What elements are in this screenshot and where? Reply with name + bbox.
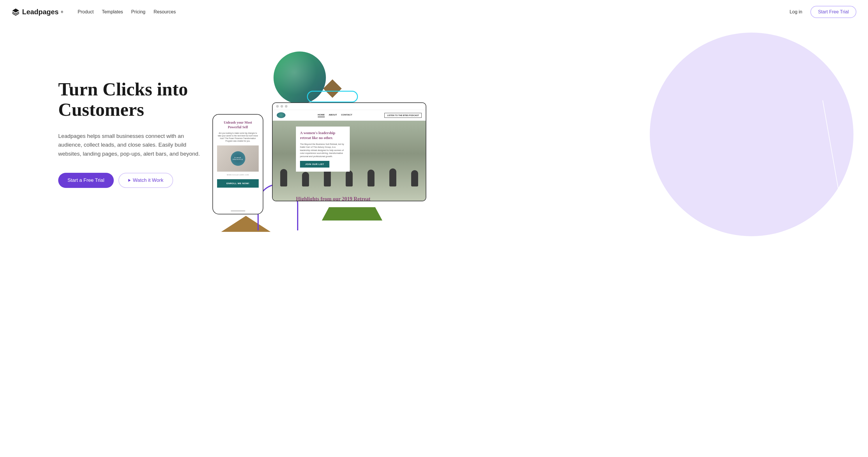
mockup-card-button: JOIN OUR LIST <box>300 161 330 168</box>
start-trial-button-header[interactable]: Start Free Trial <box>810 6 856 18</box>
decorative-diamond-green <box>322 207 382 221</box>
mobile-mockup: Unleash your Most Powerful Self Are you … <box>212 114 264 215</box>
logo-trademark: ® <box>61 10 63 14</box>
mockup-nav-about: ABOUT <box>329 113 337 117</box>
person-icon <box>280 169 287 187</box>
login-link[interactable]: Log in <box>790 9 803 14</box>
logo[interactable]: Leadpages ® <box>12 8 63 16</box>
mobile-url: WWW.KAILEICARR.COM <box>217 174 259 176</box>
site-header: Leadpages ® Product Templates Pricing Re… <box>0 0 868 24</box>
browser-chrome <box>273 103 426 110</box>
mockup-logo <box>277 112 285 118</box>
hero-visual: HOME ABOUT CONTACT LISTEN TO THE BTBS PO… <box>210 41 868 245</box>
hero-title: Turn Clicks into Customers <box>58 79 210 120</box>
mobile-text: Are you looking to make some big changes… <box>217 132 259 142</box>
start-free-trial-button[interactable]: Start a Free Trial <box>58 173 114 188</box>
person-icon <box>389 168 396 187</box>
decorative-circle-bg <box>650 33 854 236</box>
person-icon <box>411 170 418 187</box>
hero-content: Turn Clicks into Customers Leadpages hel… <box>58 41 210 245</box>
mockup-nav-home: HOME <box>318 113 325 117</box>
person-icon <box>302 172 309 187</box>
mockup-card-title: A women's leadership retreat like no oth… <box>300 131 346 140</box>
hero-description: Leadpages helps small businesses connect… <box>58 132 201 158</box>
watch-it-work-button[interactable]: Watch it Work <box>118 173 174 188</box>
hero-section: Turn Clicks into Customers Leadpages hel… <box>0 24 868 245</box>
mockup-nav-contact: CONTACT <box>341 113 352 117</box>
mobile-title: Unleash your Most Powerful Self <box>217 121 259 129</box>
browser-dot <box>276 105 279 108</box>
header-left: Leadpages ® Product Templates Pricing Re… <box>12 8 176 16</box>
nav-resources[interactable]: Resources <box>154 9 176 14</box>
header-right: Log in Start Free Trial <box>790 6 856 18</box>
mockup-content: A women's leadership retreat like no oth… <box>273 121 426 201</box>
nav-pricing[interactable]: Pricing <box>131 9 146 14</box>
mockup-nav: HOME ABOUT CONTACT LISTEN TO THE BTBS PO… <box>273 110 426 121</box>
mockup-nav-button: LISTEN TO THE BTBS PODCAST <box>384 113 422 118</box>
person-icon <box>368 170 374 187</box>
mockup-card-text: The Beyond the Business Suit Retreat, le… <box>300 143 346 158</box>
mobile-button: ENROLL ME NOW! <box>217 179 259 188</box>
decorative-pill-cyan <box>307 91 358 102</box>
person-icon <box>346 170 353 187</box>
mockup-highlights: Highlights from our 2019 Retreat <box>296 196 370 201</box>
mobile-handle <box>231 210 245 211</box>
main-nav: Product Templates Pricing Resources <box>78 9 176 14</box>
nav-templates[interactable]: Templates <box>102 9 123 14</box>
browser-mockup: HOME ABOUT CONTACT LISTEN TO THE BTBS PO… <box>272 102 426 201</box>
mobile-badge-line2: PRESENCE <box>233 159 243 160</box>
nav-product[interactable]: Product <box>78 9 94 14</box>
mobile-image: POWER PRESENCE <box>217 145 259 172</box>
mockup-card: A women's leadership retreat like no oth… <box>296 127 350 172</box>
mockup-nav-links: HOME ABOUT CONTACT <box>318 113 352 117</box>
browser-dot <box>285 105 287 108</box>
watch-it-work-label: Watch it Work <box>133 177 163 183</box>
hero-buttons: Start a Free Trial Watch it Work <box>58 173 210 188</box>
logo-icon <box>12 8 20 16</box>
play-icon <box>128 179 131 182</box>
logo-text: Leadpages <box>22 8 59 16</box>
browser-dot <box>280 105 283 108</box>
mobile-badge: POWER PRESENCE <box>231 151 245 166</box>
